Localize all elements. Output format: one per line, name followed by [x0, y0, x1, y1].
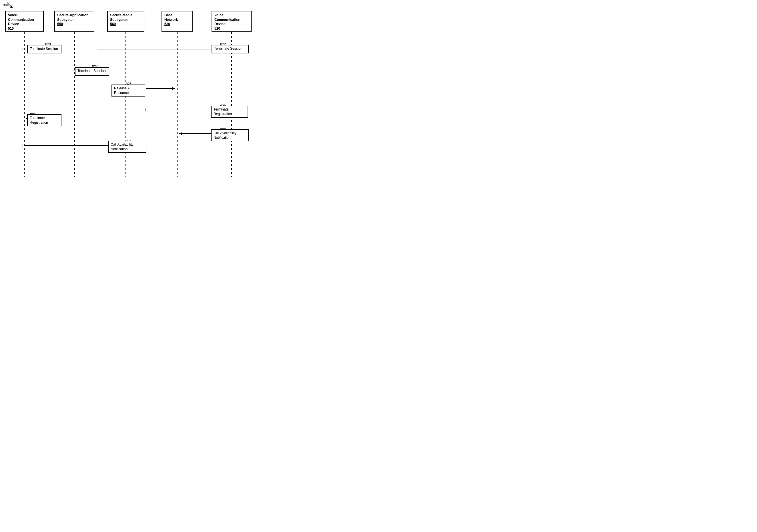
msg-box-830: TerminateRegistration — [27, 114, 61, 126]
msg-box-820: Terminate Session — [27, 45, 61, 53]
msg-box-832: Call AvailabilityNotification — [211, 129, 249, 141]
msg-box-828: TerminateRegistration — [211, 106, 248, 118]
msg-box-834: Call AvailabilityNotification — [108, 141, 146, 153]
msg-box-822: Terminate Session — [212, 45, 249, 53]
sequence-diagram: 800 Voice-CommunicationDevice510 Secure-… — [0, 0, 257, 183]
msg-box-824: Terminate Session — [75, 67, 109, 76]
svg-marker-29 — [172, 87, 175, 90]
svg-marker-18 — [179, 132, 182, 135]
msg-box-826: Release AllResources — [111, 85, 145, 97]
